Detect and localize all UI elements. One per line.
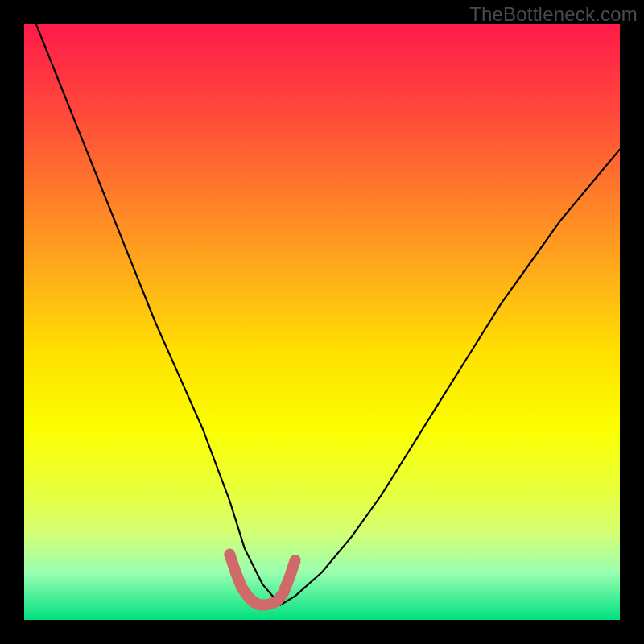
chart-frame: TheBottleneck.com — [0, 0, 644, 644]
bottleneck-curve — [36, 24, 620, 605]
trough-highlight — [229, 555, 295, 605]
chart-svg — [24, 24, 620, 620]
plot-area — [24, 24, 620, 620]
watermark-text: TheBottleneck.com — [469, 3, 638, 26]
